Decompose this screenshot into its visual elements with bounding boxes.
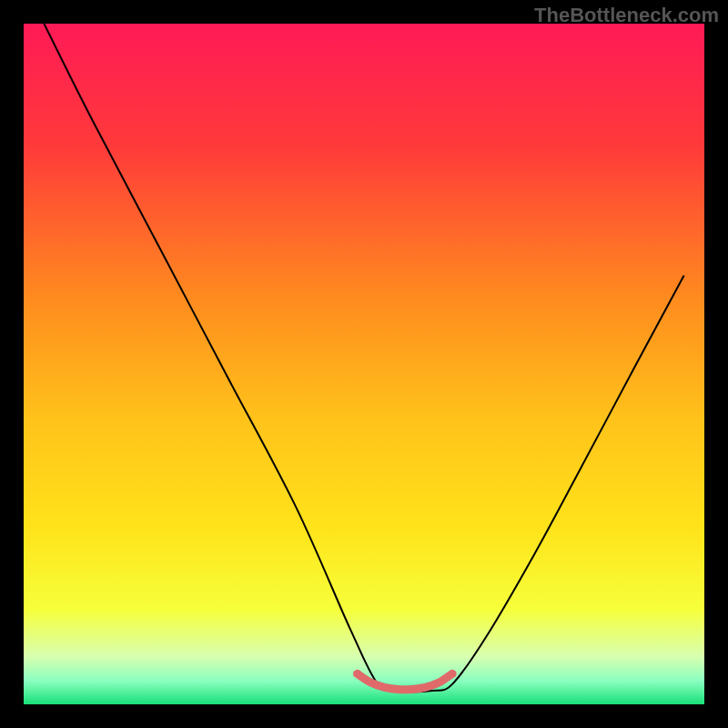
watermark-text: TheBottleneck.com — [534, 4, 719, 27]
bottleneck-chart — [24, 24, 704, 704]
chart-plot-area — [24, 24, 704, 704]
heatmap-background — [24, 24, 704, 704]
